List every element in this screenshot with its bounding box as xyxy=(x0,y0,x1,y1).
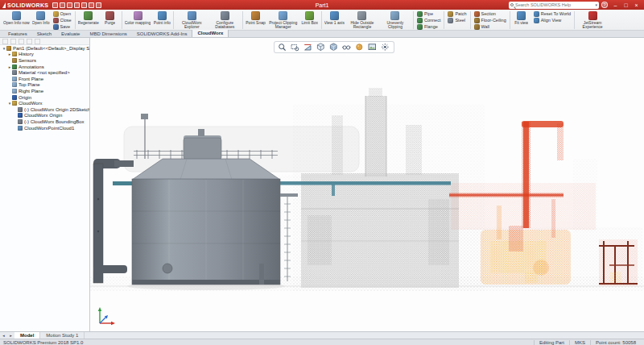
tab-solidworks-add-ins[interactable]: SOLIDWORKS Add-Ins xyxy=(132,31,192,37)
tab-scroll-right-icon[interactable]: ▸ xyxy=(7,332,14,339)
database-icon xyxy=(221,11,229,20)
search-dropdown-icon[interactable]: ▾ xyxy=(595,2,597,7)
featuremanager-panel: ▾Part1 (Default<<Default>_Display Sta▸Hi… xyxy=(0,38,90,331)
model-tab-model[interactable]: Model xyxy=(14,332,40,339)
open-icon[interactable] xyxy=(60,2,65,8)
open-info-now-button[interactable]: Open Info now xyxy=(2,10,31,30)
tree-item-right-plane[interactable]: Right Plane xyxy=(0,88,89,94)
ribbon-group-4: Point SnapProject Clipping ManagerLimit … xyxy=(244,10,320,30)
tree-item-cloudworx-origin-2ds[interactable]: (-) CloudWorx Origin 2DSketch xyxy=(0,106,89,113)
tree-item-material-not-specified[interactable]: Material <not specified> xyxy=(0,69,89,76)
featuremanager-icon[interactable] xyxy=(2,39,8,44)
close-button[interactable]: × xyxy=(631,1,642,10)
plane-icon xyxy=(12,82,17,87)
help-search-box[interactable]: ▾ xyxy=(509,2,599,9)
new-icon[interactable] xyxy=(52,2,58,8)
wall-button[interactable]: Wall xyxy=(473,23,508,30)
view-settings-icon[interactable] xyxy=(381,43,390,52)
search-input[interactable] xyxy=(515,2,593,7)
ribbon-group-8: SectionFloor-CeilingWall xyxy=(472,10,509,30)
apply-scene-icon[interactable] xyxy=(368,43,378,52)
cloudworx-explorer-button[interactable]: CloudWorx Explorer xyxy=(175,10,208,30)
regenerate-button[interactable]: Regenerate xyxy=(77,10,100,30)
tree-item-cloudworx[interactable]: ▾CloudWorx xyxy=(0,100,89,106)
open-info-button[interactable]: Open Info xyxy=(31,10,51,30)
edit-appearance-icon[interactable] xyxy=(355,43,365,52)
ribbon-group-divider xyxy=(413,11,414,29)
tree-item-cloudworx-origin[interactable]: CloudWorx Origin xyxy=(0,113,89,119)
connect-button[interactable]: Connect xyxy=(415,17,443,23)
configurationmanager-icon[interactable] xyxy=(19,39,24,44)
color-mapping-button[interactable]: Color mapping xyxy=(124,10,152,30)
tree-item-history[interactable]: ▸History xyxy=(0,52,89,58)
close-button[interactable]: Close xyxy=(52,17,73,23)
configure-databases-button[interactable]: Configure Databases xyxy=(208,10,241,30)
zoom-area-icon[interactable] xyxy=(291,43,300,52)
limit-box-button[interactable]: Limit Box xyxy=(300,10,320,30)
tree-item-cloudworxpointcloud1[interactable]: CloudWorxPointCloud1 xyxy=(0,125,89,131)
tree-item-front-plane[interactable]: Front Plane xyxy=(0,76,89,82)
point-snap-button[interactable]: Point Snap xyxy=(245,10,266,30)
rebuild-icon[interactable] xyxy=(89,2,94,8)
window-controls: –□× xyxy=(610,1,642,10)
open-button[interactable]: Open xyxy=(52,10,73,17)
ribbon-group-divider xyxy=(444,11,444,29)
tree-item-part1-default-default[interactable]: ▾Part1 (Default<<Default>_Display Sta xyxy=(0,45,89,52)
project-clipping-manager-button[interactable]: Project Clipping Manager xyxy=(267,10,299,30)
save-button[interactable]: Save xyxy=(52,23,73,30)
ribbon-button-label: Flange xyxy=(424,24,438,29)
tab-cloudworx[interactable]: CloudWorx xyxy=(192,30,229,37)
view-orientation-icon[interactable] xyxy=(316,43,326,52)
section-view-icon[interactable] xyxy=(303,43,313,52)
ribbon-button-label: CloudWorx Explorer xyxy=(176,21,207,29)
model-tab-motion-study-1[interactable]: Motion Study 1 xyxy=(40,332,85,339)
zoom-fit-icon[interactable] xyxy=(278,43,287,52)
tree-item-sensors[interactable]: Sensors xyxy=(0,57,89,64)
left-riser-pipe xyxy=(93,159,134,283)
ribbon-button-label: Save xyxy=(60,24,71,29)
plane-icon xyxy=(12,77,17,81)
tree-item-cloudworx-boundingbo[interactable]: (-) CloudWorx BoundingBox xyxy=(0,118,89,125)
reset-to-world-button[interactable]: Reset To World xyxy=(532,10,572,17)
section-button[interactable]: Section xyxy=(473,10,508,17)
minimize-button[interactable]: – xyxy=(610,1,621,10)
steel-button[interactable]: Steel xyxy=(446,17,468,23)
jetstream-experience-button[interactable]: JetStream Experience xyxy=(576,10,609,30)
print-icon[interactable] xyxy=(74,2,80,8)
tab-evaluate[interactable]: Evaluate xyxy=(56,31,85,37)
patch-button[interactable]: Patch xyxy=(446,10,468,17)
hide-show-icon[interactable] xyxy=(342,43,352,52)
ribbon-small-stack: PatchSteel xyxy=(446,10,468,23)
maximize-button[interactable]: □ xyxy=(621,1,631,10)
point-info-button[interactable]: Point info xyxy=(152,10,171,30)
align-view-button[interactable]: Align View xyxy=(532,17,572,23)
floor-ceiling-button[interactable]: Floor-Ceiling xyxy=(473,17,508,23)
folder-icon xyxy=(53,11,59,17)
propertymanager-icon[interactable] xyxy=(10,39,16,44)
purge-button[interactable]: Purge xyxy=(101,10,120,30)
view-1-axis-button[interactable]: View 1 axis xyxy=(324,10,345,30)
dimxpert-icon[interactable] xyxy=(27,39,32,44)
clipping-manager-icon xyxy=(279,11,287,20)
hide-outside-rectangle-button[interactable]: Hide Outside Rectangle xyxy=(346,10,378,30)
undo-icon[interactable] xyxy=(81,2,87,8)
tree-item-annotations[interactable]: ▸Annotations xyxy=(0,64,89,70)
options-icon[interactable] xyxy=(96,2,101,8)
flange-button[interactable]: Flange xyxy=(415,23,443,30)
tree-item-label: Sensors xyxy=(19,58,36,63)
pipe-button[interactable]: Pipe xyxy=(415,10,443,17)
tab-features[interactable]: Features xyxy=(3,31,32,37)
tab-sketch[interactable]: Sketch xyxy=(32,31,56,37)
display-style-icon[interactable] xyxy=(329,43,339,52)
patch-icon xyxy=(448,11,453,17)
save-icon[interactable] xyxy=(67,2,72,8)
graphics-viewport[interactable] xyxy=(90,38,644,331)
unevenly-clipping-button[interactable]: Unevenly Clipping xyxy=(379,10,411,30)
tab-scroll-left-icon[interactable]: ◂ xyxy=(0,332,7,339)
help-icon[interactable]: ? xyxy=(601,2,608,8)
displaymanager-icon[interactable] xyxy=(35,39,40,44)
tree-item-top-plane[interactable]: Top Plane xyxy=(0,82,89,89)
fit-view-button[interactable]: Fit view xyxy=(512,10,531,30)
tree-item-origin[interactable]: Origin xyxy=(0,94,89,101)
tab-mbd-dimensions[interactable]: MBD Dimensions xyxy=(85,31,131,37)
